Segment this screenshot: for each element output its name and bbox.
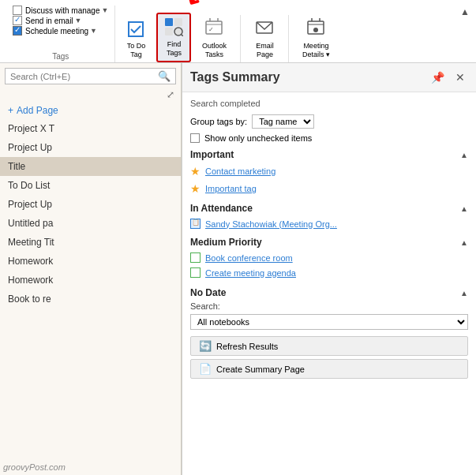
page-item-8[interactable]: Homework [0, 271, 181, 290]
create-agenda-checkbox[interactable] [190, 267, 201, 278]
page-item-5[interactable]: Untitled pa [0, 214, 181, 233]
search-bar[interactable]: 🔍 [5, 68, 176, 84]
create-summary-page-button[interactable]: 📄 Create Summary Page [190, 359, 468, 379]
medium-priority-title: Medium Priority [190, 237, 262, 248]
create-summary-label: Create Summary Page [216, 365, 305, 374]
search-input[interactable] [10, 72, 158, 81]
notebooks-row: All notebooks [190, 314, 468, 330]
important-collapse-icon[interactable]: ▲ [460, 151, 468, 159]
group-by-row: Group tags by: Tag name [190, 114, 468, 129]
close-button[interactable]: ✕ [452, 69, 468, 85]
add-page-plus: + [8, 105, 13, 116]
page-item-6[interactable]: Meeting Tit [0, 233, 181, 252]
page-item-7[interactable]: Homework [0, 252, 181, 271]
important-title: Important [190, 149, 234, 160]
page-item-0[interactable]: Project X T [0, 119, 181, 138]
right-pane: Tags Summary 📌 ✕ Search completed Group … [182, 63, 476, 475]
no-date-title: No Date [190, 287, 226, 298]
no-date-collapse-icon[interactable]: ▲ [460, 289, 468, 297]
svg-line-6 [182, 35, 184, 37]
svg-point-17 [313, 28, 318, 32]
svg-rect-1 [165, 18, 173, 26]
tag-row-2: ✓ Send in email ▼ [13, 16, 108, 25]
divider-1 [240, 15, 241, 62]
show-unchecked-row: Show only unchecked items [190, 133, 468, 143]
refresh-results-label: Refresh Results [216, 342, 278, 351]
add-page-button[interactable]: + Add Page [0, 102, 181, 119]
ribbon-group-tags: Discuss with manage ▼ ✓ Send in email ▼ … [6, 6, 115, 62]
star-icon-1: ★ [190, 165, 201, 178]
group-by-select[interactable]: Tag name [252, 114, 314, 129]
tag-dropdown-3[interactable]: ▼ [90, 27, 97, 35]
meeting-details-icon [306, 18, 325, 40]
tags-group-label: Tags [52, 50, 69, 62]
page-item-1[interactable]: Project Up [0, 138, 181, 157]
meeting-details-label: MeetingDetails ▾ [302, 42, 330, 59]
tag-entry-contact-marketing: ★ Contact marketing [190, 163, 468, 179]
show-unchecked-label: Show only unchecked items [204, 133, 312, 143]
book-conference-checkbox[interactable] [190, 252, 201, 263]
svg-rect-0 [129, 22, 143, 36]
important-section-header: Important ▲ [190, 149, 468, 160]
svg-rect-2 [174, 18, 182, 26]
page-item-2[interactable]: Title [0, 157, 181, 176]
email-page-label: EmailPage [256, 42, 274, 59]
create-summary-icon: 📄 [199, 363, 212, 375]
book-conference-link[interactable]: Book conference room [205, 253, 293, 263]
email-page-button[interactable]: EmailPage [247, 15, 282, 62]
status-text: Search completed [190, 99, 468, 108]
to-do-tag-icon [127, 21, 144, 40]
meeting-details-button[interactable]: MeetingDetails ▾ [295, 15, 336, 62]
page-item-9[interactable]: Book to re [0, 290, 181, 309]
to-do-tag-button[interactable]: To DoTag [118, 17, 153, 62]
outlook-tasks-icon: ✓ [204, 18, 223, 40]
in-attendance-title: In Attendance [190, 203, 253, 214]
svg-text:✓: ✓ [208, 26, 214, 33]
sandy-link[interactable]: Sandy Stachowiak (Meeting Org... [205, 219, 337, 229]
page-item-3[interactable]: To Do List [0, 176, 181, 195]
tags-body: Search completed Group tags by: Tag name… [182, 92, 476, 475]
find-tags-button[interactable]: FindTags ➜ [156, 13, 191, 62]
show-unchecked-checkbox[interactable] [190, 133, 200, 143]
tag-dropdown-1[interactable]: ▼ [101, 6, 108, 14]
expand-row: ⤢ [0, 89, 181, 102]
outlook-tasks-button[interactable]: ✓ OutlookTasks [194, 15, 234, 62]
pin-button[interactable]: 📌 [428, 69, 448, 85]
add-page-label: Add Page [17, 105, 58, 116]
email-page-icon [255, 18, 274, 40]
main-area: 🔍 ⤢ + Add Page Project X T Project Up Ti… [0, 63, 476, 475]
tag-entry-important-tag: ★ Important tag [190, 181, 468, 196]
tag-checkbox-1[interactable] [13, 6, 22, 15]
in-attendance-section-header: In Attendance ▲ [190, 203, 468, 214]
find-tags-icon [164, 17, 183, 39]
important-tag-link[interactable]: Important tag [205, 184, 257, 193]
tag-entry-book-conference: Book conference room [190, 251, 468, 264]
refresh-icon: 🔄 [199, 340, 212, 352]
tags-summary-title: Tags Summary [190, 70, 280, 84]
notebooks-select[interactable]: All notebooks [190, 314, 468, 330]
divider-2 [288, 15, 289, 62]
page-item-4[interactable]: Project Up [0, 195, 181, 214]
star-icon-2: ★ [190, 182, 201, 195]
outlook-tasks-label: OutlookTasks [202, 42, 227, 59]
in-attendance-collapse-icon[interactable]: ▲ [460, 204, 468, 213]
tag-dropdown-2[interactable]: ▼ [75, 17, 82, 24]
tag-row-1: Discuss with manage ▼ [13, 6, 108, 15]
create-agenda-link[interactable]: Create meeting agenda [205, 268, 296, 278]
tag-checkbox-3[interactable]: ✓ [13, 26, 22, 36]
ribbon-collapse-button[interactable]: ▲ [460, 6, 470, 17]
medium-priority-collapse-icon[interactable]: ▲ [460, 238, 468, 247]
ribbon-tag-items: Discuss with manage ▼ ✓ Send in email ▼ … [13, 6, 108, 50]
no-date-section-header: No Date ▲ [190, 287, 468, 298]
contact-marketing-link[interactable]: Contact marketing [205, 166, 275, 176]
expand-icon[interactable]: ⤢ [167, 89, 174, 100]
tag-entry-create-meeting-agenda: Create meeting agenda [190, 266, 468, 279]
tag-row-3: ✓ Schedule meeting ▼ [13, 26, 108, 36]
ribbon: Discuss with manage ▼ ✓ Send in email ▼ … [0, 0, 476, 63]
attendance-checkbox[interactable]: 📋 [190, 219, 201, 229]
refresh-results-button[interactable]: 🔄 Refresh Results [190, 336, 468, 356]
page-list: Project X T Project Up Title To Do List … [0, 119, 181, 475]
tag-label-1: Discuss with manage [25, 6, 99, 15]
tag-label-2: Send in email [25, 17, 73, 25]
tag-checkbox-2[interactable]: ✓ [13, 16, 22, 25]
